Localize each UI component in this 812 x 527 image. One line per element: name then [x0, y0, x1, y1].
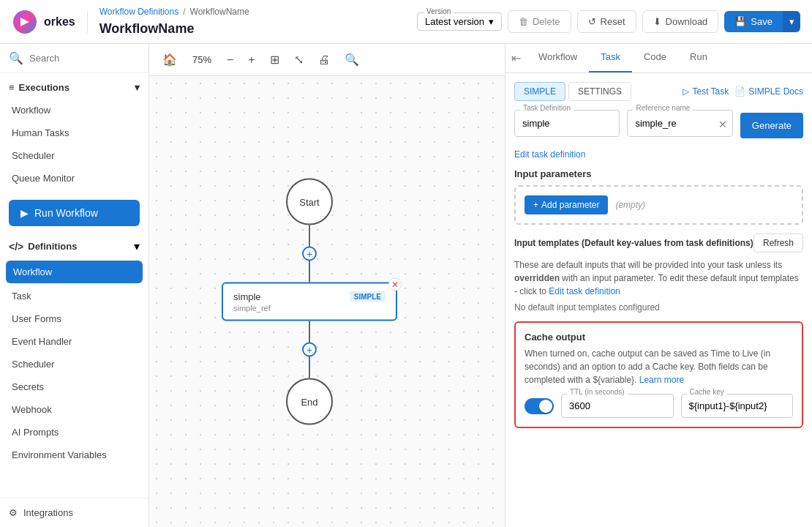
ttl-input[interactable] — [561, 394, 674, 418]
breadcrumb-link[interactable]: Workflow Definitions — [99, 7, 178, 17]
expand-panel-button[interactable]: ⇤ — [505, 44, 527, 72]
sidebar-item-integrations[interactable]: ⚙ Integrations — [9, 507, 140, 518]
header-right: Version Latest version ▾ 🗑 Delete ↺ Rese… — [417, 10, 800, 33]
download-button[interactable]: ⬇ Download — [642, 10, 719, 33]
sidebar-item-human-tasks[interactable]: Human Tasks — [0, 122, 149, 144]
sidebar-item-queue-monitor[interactable]: Queue Monitor — [0, 167, 149, 190]
sidebar-item-ai-prompts[interactable]: AI Prompts — [0, 421, 149, 444]
tab-code[interactable]: Code — [632, 44, 678, 72]
home-button[interactable]: 🏠 — [158, 50, 181, 70]
fit-view-button[interactable]: ⊞ — [266, 50, 284, 70]
print-button[interactable]: 🖨 — [314, 51, 334, 70]
arrow-line-3 — [309, 321, 310, 343]
sidebar-item-env-variables[interactable]: Environment Variables — [0, 444, 149, 466]
tab-run[interactable]: Run — [678, 44, 719, 72]
task-node-header: simple SIMPLE — [233, 291, 386, 302]
input-params-title: Input parameters — [514, 168, 803, 179]
task-close-button[interactable]: ✕ — [388, 278, 402, 291]
sub-tab-simple[interactable]: SIMPLE — [514, 82, 565, 101]
add-node-button-1[interactable]: + — [302, 247, 317, 261]
reference-name-input[interactable] — [627, 110, 732, 137]
reference-name-label: Reference name — [633, 104, 693, 112]
zoom-out-button[interactable]: − — [222, 51, 238, 70]
sidebar-item-workflow-exec[interactable]: Workflow — [0, 99, 149, 122]
save-button[interactable]: 💾 Save — [724, 11, 783, 32]
save-dropdown-button[interactable]: ▾ — [783, 11, 800, 32]
executions-label: Executions — [19, 82, 69, 93]
generate-button[interactable]: Generate — [740, 113, 803, 138]
tab-task[interactable]: Task — [589, 44, 632, 72]
templates-description: These are default inputs that will be pr… — [514, 258, 803, 298]
sidebar-item-secrets[interactable]: Secrets — [0, 375, 149, 398]
save-label: Save — [751, 16, 772, 27]
run-workflow-button[interactable]: ▶ Run Workflow — [9, 200, 140, 226]
definitions-header[interactable]: </> Definitions ▾ — [0, 233, 149, 259]
connector-end: + — [302, 321, 317, 378]
input-params-box: + Add parameter (empty) — [514, 185, 803, 225]
cache-title: Cache output — [525, 332, 793, 343]
sub-tabs-right: ▷ Test Task 📄 SIMPLE Docs — [683, 86, 803, 97]
cache-description: When turned on, cache output can be save… — [525, 347, 793, 386]
executions-chevron-icon: ▾ — [135, 82, 140, 93]
reset-label: Reset — [601, 16, 625, 27]
reference-name-field: Reference name ✕ — [627, 110, 732, 138]
task-definition-row: Task Definition Reference name ✕ Generat… — [514, 110, 803, 138]
sub-tab-settings[interactable]: SETTINGS — [568, 82, 631, 101]
test-task-link[interactable]: ▷ Test Task — [683, 86, 729, 97]
definitions-chevron-icon: ▾ — [134, 239, 140, 253]
simple-docs-link[interactable]: 📄 SIMPLE Docs — [734, 86, 803, 97]
breadcrumb-separator: / — [183, 7, 185, 17]
sidebar-item-user-forms[interactable]: User Forms — [0, 307, 149, 330]
executions-icon: ≡ — [9, 82, 15, 93]
add-node-button-2[interactable]: + — [302, 343, 317, 357]
executions-header[interactable]: ≡ Executions ▾ — [0, 76, 149, 99]
task-definition-input[interactable] — [514, 110, 620, 137]
tab-workflow[interactable]: Workflow — [527, 44, 589, 72]
refresh-button[interactable]: Refresh — [753, 233, 803, 253]
canvas-area: 🏠 75% − + ⊞ ⤡ 🖨 🔍 Start + — [149, 44, 505, 527]
cache-key-input[interactable] — [681, 394, 794, 418]
overridden-text: overridden — [514, 273, 560, 283]
version-selector[interactable]: Version Latest version ▾ — [417, 12, 502, 31]
edit-task-def-link-2[interactable]: Edit task definition — [549, 286, 620, 296]
zoom-level: 75% — [187, 54, 217, 65]
edit-task-definition-link[interactable]: Edit task definition — [514, 149, 585, 160]
sidebar-item-scheduler-exec[interactable]: Scheduler — [0, 144, 149, 167]
search-canvas-button[interactable]: 🔍 — [340, 50, 364, 70]
reset-button[interactable]: ↺ Reset — [577, 10, 636, 33]
sidebar-item-webhook[interactable]: Webhook — [0, 398, 149, 421]
sidebar-item-event-handler[interactable]: Event Handler — [0, 330, 149, 353]
task-node[interactable]: ✕ simple SIMPLE simple_ref — [222, 283, 397, 321]
clear-reference-button[interactable]: ✕ — [718, 119, 727, 130]
header-left: orkes Workflow Definitions / WorkflowNam… — [12, 7, 249, 37]
breadcrumb: Workflow Definitions / WorkflowName Work… — [99, 7, 249, 37]
add-parameter-button[interactable]: + Add parameter — [525, 195, 608, 214]
search-input[interactable] — [29, 53, 149, 64]
panel-content: SIMPLE SETTINGS ▷ Test Task 📄 SIMPLE Doc… — [505, 73, 812, 527]
right-panel: ⇤ Workflow Task Code Run SIMPLE SETTINGS… — [505, 44, 812, 527]
cache-toggle[interactable] — [525, 398, 554, 414]
definitions-title: </> Definitions — [9, 241, 77, 253]
empty-label: (empty) — [615, 200, 645, 210]
run-workflow-label: Run Workflow — [34, 207, 98, 219]
zoom-in-button[interactable]: + — [244, 51, 259, 70]
delete-button[interactable]: 🗑 Delete — [508, 10, 571, 33]
learn-more-link[interactable]: Learn more — [639, 375, 684, 385]
sidebar-item-task[interactable]: Task — [0, 285, 149, 307]
version-label: Version — [424, 7, 454, 15]
code-icon: </> — [9, 241, 23, 253]
task-ref: simple_ref — [233, 304, 386, 313]
connector-start: + — [302, 225, 317, 283]
cache-row: TTL (in seconds) Cache key — [525, 394, 793, 418]
search-icon: 🔍 — [9, 51, 23, 65]
ttl-label: TTL (in seconds) — [567, 388, 628, 396]
sidebar-bottom: ⚙ Integrations — [0, 498, 149, 527]
expand-button[interactable]: ⤡ — [290, 50, 308, 70]
canvas-toolbar: 🏠 75% − + ⊞ ⤡ 🖨 🔍 — [149, 44, 505, 76]
task-name: simple — [233, 291, 261, 302]
sidebar-item-scheduler-def[interactable]: Scheduler — [0, 353, 149, 375]
plus-icon: + — [533, 200, 538, 210]
sidebar-item-workflow-def[interactable]: Workflow — [6, 261, 143, 283]
save-split-button: 💾 Save ▾ — [724, 11, 800, 32]
workflow-diagram: Start + ✕ simple SIMPLE simple_ref — [222, 179, 397, 425]
